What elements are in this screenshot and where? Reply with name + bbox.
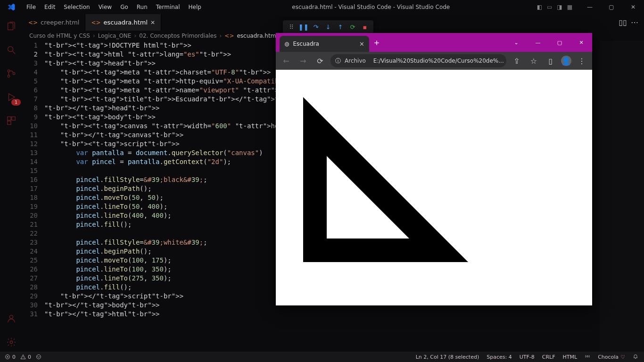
address-scheme: Archivo <box>345 58 366 64</box>
breadcrumb-item[interactable]: Curso de HTML y CSS <box>29 33 90 39</box>
bookmark-icon[interactable]: ☆ <box>527 54 540 67</box>
menu-selection[interactable]: Selection <box>60 2 93 12</box>
status-bar: 0 0 Ln 2, Col 17 (8 selected) Spaces: 4 … <box>0 352 644 362</box>
menu-run[interactable]: Run <box>133 2 151 12</box>
maximize-button[interactable]: ▢ <box>549 35 570 49</box>
html-file-icon: <> <box>28 19 38 26</box>
accounts-icon[interactable] <box>0 309 23 328</box>
menu-terminal[interactable]: Terminal <box>152 2 184 12</box>
chevron-right-icon: › <box>220 33 222 39</box>
source-control-icon[interactable] <box>0 64 23 83</box>
svg-rect-6 <box>8 121 11 124</box>
breadcrumb-item[interactable]: Logica_ONE <box>98 33 132 39</box>
svg-point-11 <box>587 355 588 357</box>
editor-actions: ▯▯ ⋯ <box>619 14 644 31</box>
debug-pause-icon[interactable]: ❚❚ <box>300 23 307 31</box>
debug-step-out-icon[interactable]: ↑ <box>337 23 344 31</box>
share-icon[interactable]: ⇪ <box>510 54 523 67</box>
svg-point-7 <box>9 315 13 319</box>
tab-close-icon[interactable]: ✕ <box>359 41 364 48</box>
status-notifications-icon[interactable] <box>633 354 638 361</box>
more-icon[interactable]: ⋮ <box>575 54 588 67</box>
browser-window: ◍ Escuadra ✕ ＋ ⌄ — ▢ ✕ ← → ⟳ ⓘ Archivo E… <box>276 33 592 305</box>
address-bar[interactable]: ⓘ Archivo E:/Visual%20Studio%20Code/Curs… <box>330 54 506 67</box>
toggle-panel-bottom-icon[interactable]: ▭ <box>547 4 552 10</box>
status-spaces[interactable]: Spaces: 4 <box>487 354 512 360</box>
back-button[interactable]: ← <box>280 54 293 67</box>
status-language[interactable]: HTML <box>563 354 578 360</box>
minimize-button[interactable]: — <box>527 35 549 49</box>
browser-tab[interactable]: ◍ Escuadra ✕ <box>280 36 369 52</box>
forward-button[interactable]: → <box>297 54 310 67</box>
minimap[interactable] <box>600 41 644 352</box>
status-ports-icon[interactable] <box>36 354 41 360</box>
close-button[interactable]: ✕ <box>622 0 644 14</box>
menu-bar: File Edit Selection View Go Run Terminal… <box>23 2 205 12</box>
debug-toolbar[interactable]: ⠿ ❚❚ ↷ ↓ ↑ ⟳ ▪ <box>283 20 373 33</box>
titlebar: File Edit Selection View Go Run Terminal… <box>0 0 644 14</box>
toggle-panel-left-icon[interactable]: ◧ <box>537 4 542 10</box>
close-button[interactable]: ✕ <box>570 35 592 49</box>
tab-close-icon[interactable]: ✕ <box>150 19 155 26</box>
toggle-panel-right-icon[interactable]: ◨ <box>557 4 562 10</box>
browser-viewport <box>276 70 592 305</box>
activity-bar <box>0 14 23 352</box>
maximize-button[interactable]: ▢ <box>601 0 622 14</box>
chevron-right-icon: › <box>134 33 136 39</box>
html-file-icon: <> <box>91 19 100 26</box>
browser-window-controls: ⌄ — ▢ ✕ <box>505 33 592 52</box>
browser-titlebar[interactable]: ◍ Escuadra ✕ ＋ ⌄ — ▢ ✕ <box>276 33 592 52</box>
debug-step-over-icon[interactable]: ↷ <box>312 23 320 31</box>
extensions-icon[interactable] <box>0 111 23 130</box>
profile-icon[interactable]: 👤 <box>561 56 571 66</box>
debug-step-into-icon[interactable]: ↓ <box>324 23 332 31</box>
breadcrumb-item[interactable]: 02. Conceptos Primordiales <box>139 33 216 39</box>
drag-handle-icon[interactable]: ⠿ <box>288 23 295 31</box>
status-encoding[interactable]: UTF-8 <box>520 354 535 360</box>
tab-creeper[interactable]: <> creeper.html <box>23 14 85 31</box>
status-extension[interactable]: Chocola ♡ <box>598 354 625 360</box>
status-eol[interactable]: CRLF <box>542 354 555 360</box>
debug-stop-icon[interactable]: ▪ <box>361 23 369 31</box>
search-icon[interactable] <box>0 41 23 59</box>
reload-button[interactable]: ⟳ <box>314 54 327 67</box>
browser-tab-title: Escuadra <box>293 41 319 47</box>
menu-view[interactable]: View <box>95 2 116 12</box>
customize-layout-icon[interactable]: ▦ <box>567 4 572 10</box>
info-icon[interactable]: ⓘ <box>335 57 341 65</box>
menu-file[interactable]: File <box>23 2 40 12</box>
breadcrumb-file[interactable]: escuadra.html <box>237 33 277 39</box>
line-gutter: 1234567891011121314151617181920212223242… <box>23 41 44 352</box>
debug-restart-icon[interactable]: ⟳ <box>349 23 356 31</box>
menu-edit[interactable]: Edit <box>41 2 59 12</box>
settings-gear-icon[interactable] <box>0 333 23 352</box>
window-controls: — ▢ ✕ <box>579 0 644 14</box>
menu-go[interactable]: Go <box>116 2 132 12</box>
status-golive-icon[interactable] <box>585 354 590 361</box>
menu-help[interactable]: Help <box>185 2 205 12</box>
tab-escuadra[interactable]: <> escuadra.html ✕ <box>85 14 161 31</box>
chevron-down-icon[interactable]: ⌄ <box>505 35 527 49</box>
svg-rect-5 <box>12 117 15 120</box>
explorer-icon[interactable] <box>0 17 23 36</box>
minimize-button[interactable]: — <box>579 0 601 14</box>
more-actions-icon[interactable]: ⋯ <box>631 18 638 27</box>
status-warnings[interactable]: 0 <box>20 354 31 360</box>
run-debug-icon[interactable] <box>0 88 23 107</box>
svg-point-3 <box>13 73 15 75</box>
tab-label: escuadra.html <box>104 19 148 26</box>
svg-point-2 <box>8 75 10 77</box>
svg-point-0 <box>8 47 13 52</box>
new-tab-button[interactable]: ＋ <box>369 33 384 52</box>
svg-rect-4 <box>8 117 11 120</box>
status-cursor[interactable]: Ln 2, Col 17 (8 selected) <box>416 354 479 360</box>
tab-label: creeper.html <box>41 19 79 26</box>
svg-point-8 <box>10 341 13 344</box>
split-editor-icon[interactable]: ▯▯ <box>619 18 627 27</box>
sidepanel-icon[interactable]: ▯ <box>544 54 557 67</box>
status-errors[interactable]: 0 <box>5 354 16 360</box>
chevron-right-icon: › <box>93 33 95 39</box>
layout-controls: ◧ ▭ ◨ ▦ <box>537 4 579 10</box>
globe-icon: ◍ <box>284 41 289 47</box>
window-title: escuadra.html - Visual Studio Code - Vis… <box>205 4 537 10</box>
